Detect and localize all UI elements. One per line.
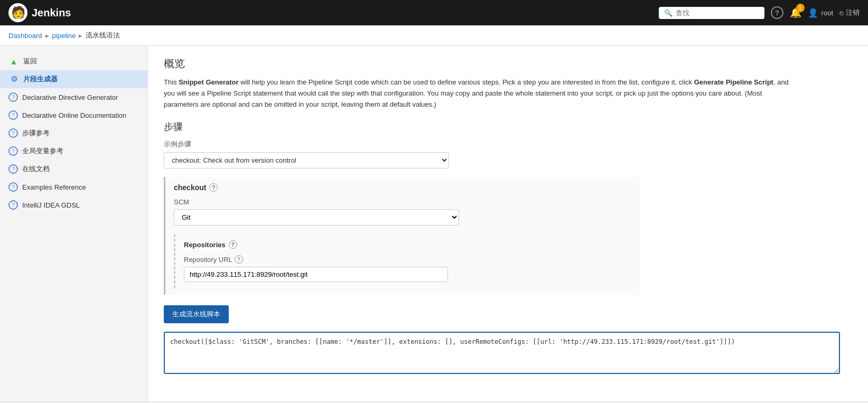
sidebar-label-global-vars: 全局变量参考	[22, 146, 63, 156]
sidebar-item-snippet[interactable]: ⚙片段生成器	[0, 70, 147, 88]
repositories-help-icon[interactable]: ?	[229, 240, 237, 249]
snippet-generator-label: Snippet Generator	[179, 78, 238, 86]
scm-select[interactable]: Git	[174, 209, 459, 226]
sidebar-label-docs: Declarative Online Documentation	[22, 111, 126, 119]
overview-text-p1: This	[164, 78, 179, 86]
checkout-header: checkout ?	[174, 183, 631, 192]
breadcrumb-sep-1: ▸	[45, 32, 49, 40]
logo-text: Jenkins	[32, 7, 71, 19]
breadcrumb: Dashboard ▸ pipeline ▸ 流水线语法	[0, 25, 868, 46]
sidebar: ▲返回⚙片段生成器?Declarative Directive Generato…	[0, 46, 148, 401]
sidebar-icon-examples: ?	[8, 182, 18, 192]
user-label: root	[822, 9, 833, 17]
sidebar-item-examples[interactable]: ?Examples Reference	[0, 178, 147, 196]
scm-label: SCM	[174, 198, 631, 206]
breadcrumb-dashboard[interactable]: Dashboard	[8, 32, 42, 40]
overview-title: 概览	[164, 57, 852, 71]
main-content: 概览 This Snippet Generator will help you …	[148, 46, 868, 401]
sidebar-icon-online-docs: ?	[8, 164, 18, 174]
overview-text: This Snippet Generator will help you lea…	[164, 77, 798, 110]
sidebar-icon-back: ▲	[8, 57, 19, 66]
generate-pipeline-label: Generate Pipeline Script	[694, 78, 773, 86]
notification-badge: 1	[796, 4, 805, 12]
sidebar-icon-global-vars: ?	[8, 146, 18, 156]
notification-icon[interactable]: 🔔 1	[790, 7, 801, 18]
sidebar-label-intellij: IntelliJ IDEA GDSL	[22, 201, 80, 209]
user-icon: 👤	[808, 8, 818, 18]
main-layout: ▲返回⚙片段生成器?Declarative Directive Generato…	[0, 46, 868, 401]
sidebar-label-snippet: 片段生成器	[23, 74, 58, 84]
sidebar-item-intellij[interactable]: ?IntelliJ IDEA GDSL	[0, 196, 147, 214]
sidebar-icon-intellij: ?	[8, 200, 18, 210]
sidebar-item-back[interactable]: ▲返回	[0, 52, 147, 70]
sidebar-icon-docs: ?	[8, 110, 18, 120]
search-input[interactable]	[676, 9, 759, 17]
repo-url-input[interactable]	[184, 267, 448, 282]
repo-url-label: Repository URL ?	[184, 255, 622, 264]
sidebar-icon-directive: ?	[8, 92, 18, 102]
sample-steps-label: 示例步骤	[164, 139, 852, 149]
overview-text-p2: will help you learn the Pipeline Script …	[239, 78, 694, 86]
repositories-header: Repositories ?	[184, 240, 622, 249]
logo-area[interactable]: 🧑 Jenkins	[8, 3, 71, 22]
sample-steps-select[interactable]: checkout: Check out from version control	[164, 152, 449, 168]
sidebar-icon-steps-ref: ?	[8, 128, 18, 138]
steps-section: 步骤 示例步骤 checkout: Check out from version…	[164, 120, 852, 376]
steps-title: 步骤	[164, 120, 852, 133]
user-area[interactable]: 👤 root	[808, 8, 833, 18]
sidebar-item-directive[interactable]: ?Declarative Directive Generator	[0, 88, 147, 106]
logout-icon: ⎋	[839, 9, 844, 17]
logo-icon: 🧑	[8, 3, 27, 22]
search-area: 🔍 ? 🔔 1 👤 root ⎋ 注销	[659, 6, 860, 19]
sidebar-item-global-vars[interactable]: ?全局变量参考	[0, 142, 147, 160]
sidebar-label-online-docs: 在线文档	[22, 164, 50, 174]
sidebar-label-directive: Declarative Directive Generator	[22, 93, 118, 101]
breadcrumb-pipeline[interactable]: pipeline	[52, 32, 76, 40]
sidebar-icon-snippet: ⚙	[8, 74, 19, 84]
logout-button[interactable]: ⎋ 注销	[839, 8, 860, 17]
repositories-label: Repositories	[184, 241, 226, 249]
generate-script-button[interactable]: 生成流水线脚本	[164, 305, 229, 323]
breadcrumb-sep-2: ▸	[79, 32, 82, 40]
sidebar-item-online-docs[interactable]: ?在线文档	[0, 160, 147, 178]
sidebar-item-steps-ref[interactable]: ?步骤参考	[0, 124, 147, 142]
checkout-help-icon[interactable]: ?	[209, 183, 218, 192]
help-icon[interactable]: ?	[771, 6, 783, 19]
search-icon: 🔍	[664, 9, 673, 17]
breadcrumb-current: 流水线语法	[86, 31, 120, 40]
sidebar-item-docs[interactable]: ?Declarative Online Documentation	[0, 106, 147, 124]
sidebar-label-back: 返回	[23, 57, 37, 66]
sidebar-label-examples: Examples Reference	[22, 183, 86, 191]
jenkins-face-icon: 🧑	[11, 6, 25, 20]
script-output-textarea[interactable]: checkout([$class: 'GitSCM', branches: [[…	[164, 332, 840, 374]
repo-url-help-icon[interactable]: ?	[235, 255, 243, 264]
top-navigation: 🧑 Jenkins 🔍 ? 🔔 1 👤 root ⎋ 注销	[0, 0, 868, 25]
checkout-label: checkout	[174, 183, 206, 192]
search-box: 🔍	[659, 7, 764, 19]
checkout-box: checkout ? SCM Git Repositories ? Reposi…	[164, 177, 639, 295]
repositories-box: Repositories ? Repository URL ?	[174, 234, 631, 288]
sidebar-label-steps-ref: 步骤参考	[22, 128, 50, 138]
